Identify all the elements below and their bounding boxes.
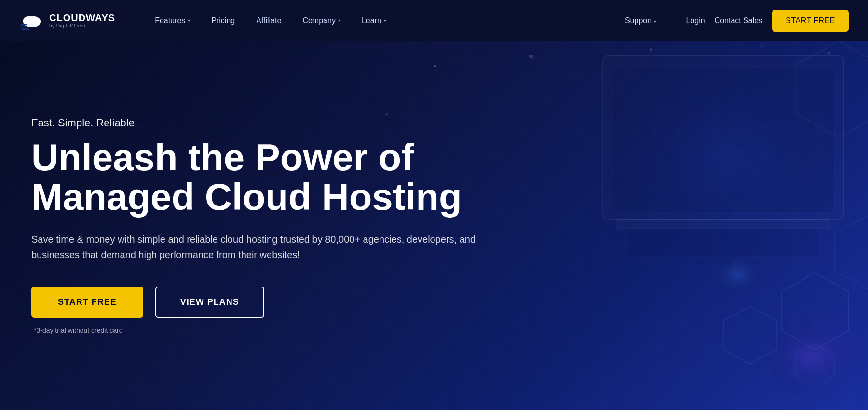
svg-point-18 bbox=[761, 45, 763, 47]
nav-support[interactable]: Support ▾ bbox=[625, 16, 657, 25]
svg-point-19 bbox=[828, 52, 831, 55]
chevron-down-icon: ▾ bbox=[338, 18, 340, 23]
nav-pricing[interactable]: Pricing bbox=[201, 12, 245, 30]
nav-company[interactable]: Company ▾ bbox=[292, 12, 351, 30]
nav-affiliate[interactable]: Affiliate bbox=[245, 12, 292, 30]
svg-rect-9 bbox=[612, 68, 834, 212]
nav-login[interactable]: Login bbox=[686, 16, 705, 25]
nav-start-free-button[interactable]: START FREE bbox=[772, 10, 849, 32]
svg-point-21 bbox=[644, 205, 788, 321]
logo-link[interactable]: CLOUDWAYS by DigitalOcean bbox=[19, 11, 115, 30]
navigation: CLOUDWAYS by DigitalOcean Features ▾ Pri… bbox=[0, 0, 868, 41]
hero-cta-buttons: START FREE VIEW PLANS bbox=[31, 287, 477, 318]
nav-divider bbox=[671, 14, 671, 28]
trial-note: *3-day trial without credit card bbox=[31, 327, 477, 334]
chevron-down-icon: ▾ bbox=[188, 18, 190, 23]
nav-contact-sales[interactable]: Contact Sales bbox=[715, 16, 763, 25]
nav-links: Features ▾ Pricing Affiliate Company ▾ L… bbox=[144, 12, 625, 30]
hero-section: Fast. Simple. Reliable. Unleash the Powe… bbox=[0, 41, 868, 410]
nav-right-links: Support ▾ Login Contact Sales START FREE bbox=[625, 10, 849, 32]
hero-start-free-button[interactable]: START FREE bbox=[31, 287, 143, 318]
hero-content: Fast. Simple. Reliable. Unleash the Powe… bbox=[0, 88, 506, 363]
logo-text: CLOUDWAYS by DigitalOcean bbox=[49, 13, 115, 28]
svg-point-2 bbox=[31, 17, 41, 25]
hero-title: Unleash the Power of Managed Cloud Hosti… bbox=[31, 138, 465, 217]
chevron-down-icon: ▾ bbox=[654, 19, 656, 24]
svg-point-17 bbox=[650, 48, 652, 51]
nav-features[interactable]: Features ▾ bbox=[144, 12, 201, 30]
hero-view-plans-button[interactable]: VIEW PLANS bbox=[155, 287, 264, 318]
nav-learn[interactable]: Learn ▾ bbox=[351, 12, 397, 30]
hero-subtitle: Fast. Simple. Reliable. bbox=[31, 117, 477, 129]
hero-description: Save time & money with simple and reliab… bbox=[31, 232, 477, 262]
cloudways-logo-icon bbox=[19, 11, 44, 30]
chevron-down-icon: ▾ bbox=[384, 18, 386, 23]
